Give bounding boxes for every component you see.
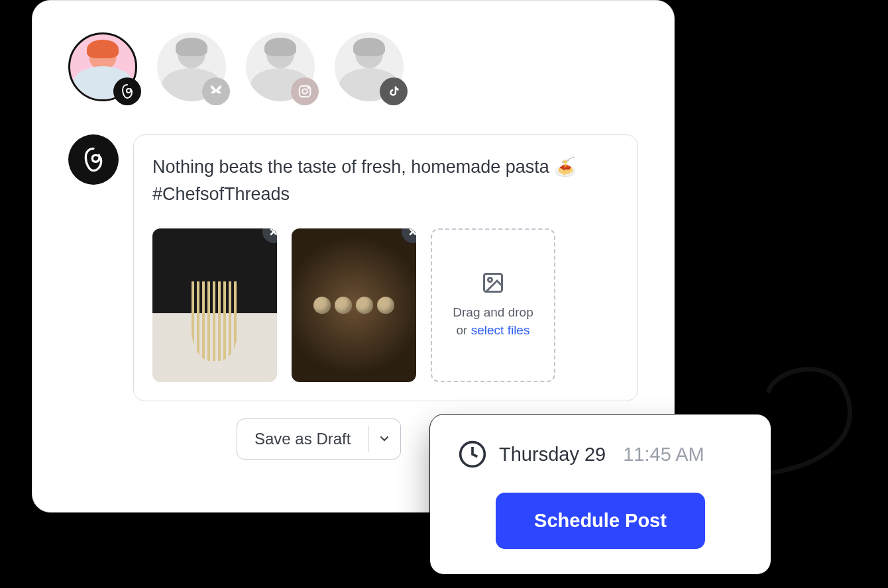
bluesky-icon: [202, 77, 230, 105]
instagram-icon: [291, 77, 319, 105]
compose-box[interactable]: Nothing beats the taste of fresh, homema…: [133, 134, 638, 401]
svg-point-1: [302, 89, 307, 93]
remove-media-1[interactable]: [262, 228, 277, 243]
save-draft-button-group: Save as Draft: [237, 418, 401, 460]
account-instagram[interactable]: [246, 32, 315, 101]
schedule-popover: Thursday 29 11:45 AM Schedule Post: [429, 414, 771, 575]
account-tiktok[interactable]: [335, 32, 404, 101]
tiktok-icon: [380, 77, 408, 105]
remove-media-2[interactable]: [402, 228, 416, 243]
media-thumb-1[interactable]: [152, 228, 277, 382]
svg-point-8: [488, 278, 492, 282]
schedule-time-row[interactable]: Thursday 29 11:45 AM: [458, 440, 743, 469]
schedule-date: Thursday 29: [499, 444, 606, 466]
account-threads[interactable]: [68, 32, 137, 101]
account-bluesky[interactable]: [157, 32, 226, 101]
schedule-time: 11:45 AM: [623, 444, 704, 466]
clock-icon: [458, 440, 487, 469]
threads-icon: [113, 77, 141, 105]
save-draft-button[interactable]: Save as Draft: [237, 426, 368, 452]
post-text[interactable]: Nothing beats the taste of fresh, homema…: [152, 154, 619, 207]
account-row: [68, 32, 638, 101]
schedule-post-button[interactable]: Schedule Post: [496, 493, 705, 549]
network-threads-circle: [68, 134, 119, 185]
dropzone-text: Drag and drop or select files: [453, 304, 533, 339]
svg-point-2: [308, 87, 309, 89]
save-draft-caret[interactable]: [368, 419, 400, 459]
chevron-down-icon: [380, 436, 388, 442]
select-files-link[interactable]: select files: [471, 323, 530, 337]
compose-row: Nothing beats the taste of fresh, homema…: [68, 134, 638, 401]
image-icon: [481, 271, 505, 295]
media-row: Drag and drop or select files: [152, 228, 619, 382]
media-dropzone[interactable]: Drag and drop or select files: [431, 228, 555, 382]
media-thumb-2[interactable]: [292, 228, 416, 382]
